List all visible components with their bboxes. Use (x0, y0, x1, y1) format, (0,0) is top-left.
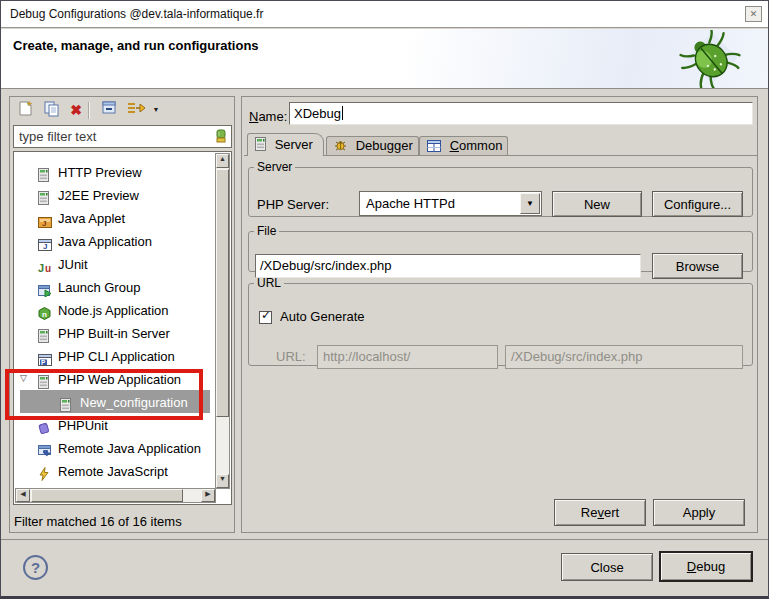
window-title: Debug Configurations @dev.tala-informati… (10, 7, 263, 21)
menu-dropdown-icon[interactable]: ▼ (150, 100, 162, 120)
svg-text:n: n (42, 309, 47, 318)
expand-arrow-icon[interactable]: ▽ (20, 367, 27, 390)
tree-item-label: Remote JavaScript (58, 464, 168, 479)
url-base-input: http://localhost/ (317, 345, 498, 369)
server-icon (38, 189, 51, 203)
tab-common[interactable]: Common (419, 136, 508, 155)
title-bar[interactable]: Debug Configurations @dev.tala-informati… (1, 1, 768, 28)
php-server-label: PHP Server: (257, 197, 329, 212)
filter-input[interactable]: type filter text (13, 125, 232, 148)
php-server-select[interactable]: Apache HTTPd ▼ (359, 191, 542, 216)
tree-item-php-cli-application[interactable]: PPHP CLI Application (14, 344, 216, 367)
revert-button[interactable]: Revert (554, 499, 646, 526)
junit-icon: Ju (38, 258, 51, 272)
help-icon[interactable]: ? (23, 555, 48, 580)
tree-item-label: New_configuration (80, 395, 188, 410)
tree-item-label: PHP Web Application (58, 372, 181, 387)
url-group: URL ✓ Auto Generate URL: http://localhos… (248, 276, 753, 366)
url-group-legend: URL (254, 276, 284, 290)
tab-server[interactable]: Server (247, 133, 324, 156)
tree-item-label: Launch Group (58, 280, 140, 295)
filter-status-text: Filter matched 16 of 16 items (14, 514, 182, 529)
debug-button[interactable]: Debug (659, 551, 753, 582)
remote-js-icon (38, 465, 51, 479)
toolbar-separator (88, 102, 90, 119)
configurations-sidebar: + ✖ ▼ type filter text HTTP PreviewJ2EE … (9, 96, 235, 533)
brush-icon[interactable] (214, 128, 228, 145)
scroll-up-icon[interactable]: ▲ (216, 154, 229, 168)
tree-item-php-built-in-server[interactable]: PHP Built-in Server (14, 321, 216, 344)
bug-icon (678, 30, 742, 88)
url-label: URL: (276, 349, 306, 364)
tree-item-remote-javascript[interactable]: Remote JavaScript (14, 459, 216, 482)
delete-icon[interactable]: ✖ (66, 100, 86, 120)
auto-generate-checkbox[interactable]: ✓ (259, 311, 272, 324)
configure-button[interactable]: Configure... (652, 191, 743, 217)
page-title: Create, manage, and run configurations (13, 38, 259, 53)
tree-item-phpunit[interactable]: PHPUnit (14, 413, 216, 436)
tree-item-java-applet[interactable]: JJava Applet (14, 206, 216, 229)
php-cli-icon: P (38, 350, 51, 364)
config-tree-rows: HTTP PreviewJ2EE PreviewJJava AppletJJav… (14, 160, 216, 482)
scroll-right-icon[interactable]: ▶ (201, 489, 215, 502)
tree-item-label: JUnit (58, 257, 88, 272)
launch-group-icon (38, 281, 51, 295)
url-path-input: /XDebug/src/index.php (505, 345, 743, 369)
tree-item-junit[interactable]: JuJUnit (14, 252, 216, 275)
auto-generate-label[interactable]: Auto Generate (280, 309, 365, 324)
configuration-tree: HTTP PreviewJ2EE PreviewJJava AppletJJav… (13, 151, 232, 505)
svg-text:P: P (41, 358, 46, 365)
tree-item-php-web-application[interactable]: ▽PHP Web Application (14, 367, 216, 390)
svg-text:+: + (27, 100, 32, 109)
name-input[interactable]: XDebug (289, 102, 753, 125)
file-path-value: /XDebug/src/index.php (260, 258, 392, 273)
tree-item-label: PHP Built-in Server (58, 326, 170, 341)
close-button[interactable]: Close (561, 553, 653, 581)
scroll-down-icon[interactable]: ▼ (216, 474, 229, 488)
tree-item-new-configuration[interactable]: New_configuration (20, 390, 210, 413)
footer-separator (1, 539, 768, 540)
tree-item-label: Java Application (58, 234, 152, 249)
tab-debugger[interactable]: Debugger (326, 136, 419, 155)
apply-button[interactable]: Apply (653, 499, 745, 526)
tree-item-remote-java-application[interactable]: Remote Java Application (14, 436, 216, 459)
server-group-legend: Server (254, 160, 295, 174)
collapse-all-icon[interactable] (99, 100, 119, 120)
close-icon[interactable]: ✕ (745, 6, 762, 22)
file-group: File /XDebug/src/index.php Browse (248, 224, 753, 272)
name-label: Name: (249, 109, 287, 124)
check-mark-icon: ✓ (261, 308, 271, 322)
filter-placeholder: type filter text (19, 129, 96, 144)
server-group: Server PHP Server: Apache HTTPd ▼ New Co… (248, 160, 753, 217)
tree-item-j2ee-preview[interactable]: J2EE Preview (14, 183, 216, 206)
tree-item-launch-group[interactable]: Launch Group (14, 275, 216, 298)
tab-server-label: Server (275, 137, 313, 152)
java-app-icon: J (38, 235, 51, 249)
phpunit-icon (38, 419, 51, 433)
combo-dropdown-icon[interactable]: ▼ (520, 193, 540, 214)
horizontal-scroll-thumb[interactable] (31, 489, 183, 502)
server-icon (38, 373, 51, 387)
svg-text:J: J (38, 262, 44, 274)
tree-item-http-preview[interactable]: HTTP Preview (14, 160, 216, 183)
duplicate-icon[interactable] (41, 100, 61, 120)
tree-item-node-js-application[interactable]: nNode.js Application (14, 298, 216, 321)
configuration-detail-panel: Name: XDebug Server Debugger Common Serv… (241, 96, 758, 533)
name-value: XDebug (294, 106, 341, 121)
header-banner: Create, manage, and run configurations (1, 29, 768, 89)
new-server-button[interactable]: New (552, 191, 642, 217)
vertical-scroll-thumb[interactable] (216, 169, 229, 417)
filter-configurations-icon[interactable] (125, 100, 145, 120)
tab-debugger-label: Debugger (356, 138, 413, 153)
svg-text:u: u (45, 263, 51, 274)
tree-vertical-scrollbar[interactable]: ▲ ▼ (215, 153, 230, 489)
tree-item-label: PHPUnit (58, 418, 108, 433)
scroll-left-icon[interactable]: ◀ (16, 489, 30, 502)
tab-common-label: Common (450, 138, 503, 153)
new-configuration-icon[interactable]: + (16, 100, 36, 120)
tree-item-java-application[interactable]: JJava Application (14, 229, 216, 252)
tree-horizontal-scrollbar[interactable]: ◀ ▶ (15, 488, 216, 503)
file-group-legend: File (254, 224, 279, 238)
file-path-input[interactable]: /XDebug/src/index.php (255, 254, 641, 278)
svg-text:J: J (42, 219, 46, 228)
